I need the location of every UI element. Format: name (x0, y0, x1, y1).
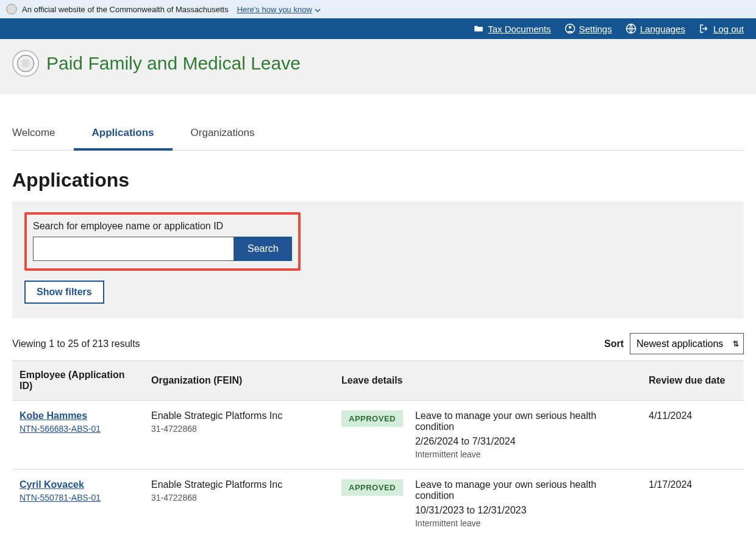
search-label: Search for employee name or application … (33, 221, 292, 232)
top-nav: Tax Documents Settings Languages Log out (0, 18, 756, 39)
col-leave-details: Leave details (334, 361, 641, 401)
search-button[interactable]: Search (234, 237, 292, 261)
svg-point-0 (7, 4, 16, 14)
table-row: Kobe Hammes NTN-566683-ABS-01 Enable Str… (12, 401, 744, 470)
settings-label: Settings (579, 24, 612, 34)
sort-select[interactable]: Newest applications (630, 333, 744, 354)
col-employee: Employee (Application ID) (12, 361, 144, 401)
tabs: Welcome Applications Organizations (12, 121, 744, 151)
languages-link[interactable]: Languages (626, 23, 685, 34)
filter-block: Search for employee name or application … (12, 201, 744, 318)
user-circle-icon (565, 23, 576, 34)
review-due-date: 4/11/2024 (641, 401, 744, 470)
application-id-link[interactable]: NTN-566683-ABS-01 (20, 424, 101, 434)
logout-link[interactable]: Log out (699, 23, 744, 34)
employee-name-link[interactable]: Cyril Kovacek (20, 479, 84, 490)
search-input[interactable] (33, 237, 234, 261)
how-you-know-link[interactable]: Here's how you know (237, 5, 321, 14)
col-organization: Organization (FEIN) (144, 361, 334, 401)
leave-dates: 10/31/2023 to 12/31/2023 (415, 505, 634, 516)
brand-title: Paid Family and Medical Leave (46, 53, 301, 74)
state-seal-small-icon (6, 4, 17, 15)
organization-fein: 31-4722868 (151, 493, 327, 503)
tax-documents-link[interactable]: Tax Documents (473, 23, 551, 34)
review-due-date: 1/17/2024 (641, 470, 744, 534)
folder-icon (473, 23, 484, 34)
status-badge: APPROVED (341, 410, 403, 427)
globe-icon (626, 23, 637, 34)
results-meta: Viewing 1 to 25 of 213 results Sort Newe… (12, 333, 744, 354)
gov-banner-text: An official website of the Commonwealth … (22, 5, 229, 14)
tab-organizations[interactable]: Organizations (191, 121, 255, 150)
settings-link[interactable]: Settings (565, 23, 612, 34)
leave-dates: 2/26/2024 to 7/31/2024 (415, 436, 634, 447)
page-title: Applications (12, 169, 744, 191)
logout-label: Log out (713, 24, 744, 34)
tax-documents-label: Tax Documents (488, 24, 551, 34)
gov-banner: An official website of the Commonwealth … (0, 0, 756, 18)
tab-welcome[interactable]: Welcome (12, 121, 55, 150)
organization-name: Enable Strategic Platforms Inc (151, 479, 327, 490)
leave-pattern: Intermittent leave (415, 449, 634, 459)
leave-reason: Leave to manage your own serious health … (415, 479, 634, 501)
show-filters-button[interactable]: Show filters (24, 281, 104, 304)
leave-pattern: Intermittent leave (415, 518, 634, 528)
brand: Paid Family and Medical Leave (12, 50, 744, 77)
languages-label: Languages (640, 24, 685, 34)
organization-fein: 31-4722868 (151, 424, 327, 434)
svg-point-2 (568, 26, 571, 29)
search-highlight-box: Search for employee name or application … (24, 212, 301, 271)
chevron-down-icon (315, 6, 321, 12)
svg-point-5 (21, 59, 30, 68)
logout-icon (699, 23, 710, 34)
sort-label: Sort (604, 338, 624, 349)
applications-table: Employee (Application ID) Organization (… (12, 360, 744, 533)
header-band: Paid Family and Medical Leave (0, 39, 756, 94)
organization-name: Enable Strategic Platforms Inc (151, 410, 327, 421)
state-seal-icon (12, 50, 39, 77)
leave-reason: Leave to manage your own serious health … (415, 410, 634, 432)
employee-name-link[interactable]: Kobe Hammes (20, 410, 87, 421)
tab-applications[interactable]: Applications (92, 121, 154, 150)
how-you-know-label: Here's how you know (237, 5, 312, 14)
table-header-row: Employee (Application ID) Organization (… (12, 361, 744, 401)
results-summary: Viewing 1 to 25 of 213 results (12, 338, 140, 349)
col-review-due: Review due date (641, 361, 744, 401)
status-badge: APPROVED (341, 479, 403, 496)
table-row: Cyril Kovacek NTN-550781-ABS-01 Enable S… (12, 470, 744, 534)
application-id-link[interactable]: NTN-550781-ABS-01 (20, 493, 101, 503)
